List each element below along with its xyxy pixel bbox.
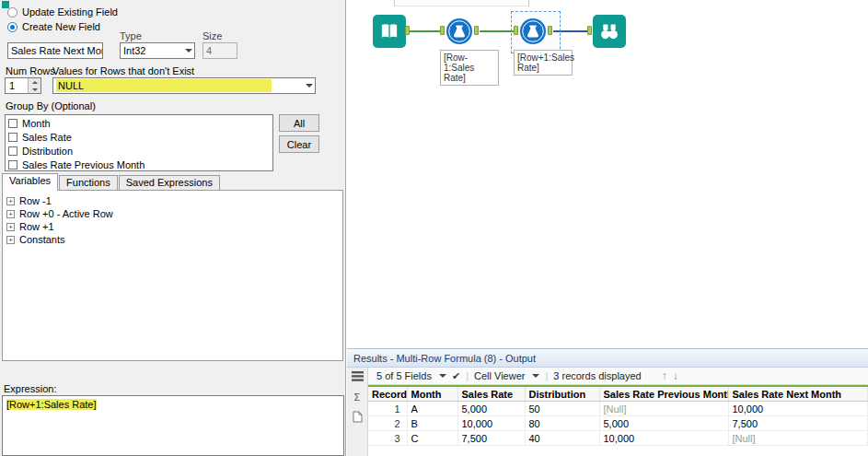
workflow-canvas[interactable]: [Row-1:Sales Rate] [Row+1:Sales Rate] [347,0,868,348]
alteryx-window: Update Existing Field Create New Field T… [0,0,868,456]
scroll-down-icon[interactable]: ↓ [673,369,678,382]
tab-functions[interactable]: Functions [59,175,118,191]
stepper-up-icon[interactable] [29,78,41,86]
radio-icon[interactable] [7,7,17,18]
table-cell[interactable]: 7,500 [457,431,525,446]
column-header[interactable]: Month [407,386,457,402]
connection-wire[interactable] [410,30,443,32]
table-cell[interactable]: C [407,431,457,446]
output-anchor[interactable] [548,26,552,35]
column-header[interactable]: Distribution [525,386,599,402]
group-by-item-label: Sales Rate Previous Month [22,159,145,170]
cell-viewer-dropdown[interactable]: Cell Viewer [474,370,539,381]
toolbar-separator: | [545,370,548,381]
expand-plus-icon[interactable] [6,223,15,231]
multi-row-formula-tool-2[interactable] [519,18,547,45]
tree-item-label: Row +0 - Active Row [19,208,113,219]
table-cell[interactable]: 10,000 [599,431,728,446]
tree-item[interactable]: Row +1 [6,220,342,233]
size-input: 4 [203,42,237,59]
cell-viewer-page-icon[interactable] [351,411,364,423]
table-cell[interactable]: 40 [525,431,599,446]
group-by-item-label: Month [22,118,51,129]
checkbox-icon[interactable] [8,133,17,142]
group-by-item[interactable]: Sales Rate [6,130,272,144]
tree-item-label: Constants [19,234,65,245]
table-cell[interactable]: 5,000 [599,416,728,431]
group-by-item[interactable]: Sales Rate Previous Month [6,158,272,171]
record-number-cell[interactable]: 1 [368,402,407,416]
scroll-up-icon[interactable]: ↑ [662,369,667,382]
tab-variables[interactable]: Variables [2,173,58,191]
type-dropdown[interactable]: Int32 [120,42,195,59]
num-rows-value: 1 [6,78,28,93]
group-by-item[interactable]: Month [6,116,272,130]
all-button[interactable]: All [279,114,319,132]
radio-update-existing-field[interactable]: Update Existing Field [7,6,118,18]
variables-tree[interactable]: Row -1 Row +0 - Active Row Row +1 Consta… [2,190,343,361]
values-value: NULL [56,79,272,92]
group-by-item[interactable]: Distribution [6,144,272,158]
results-header[interactable]: Results - Multi-Row Formula (8) - Output [347,349,868,368]
expression-input[interactable]: [Row+1:Sales Rate] [2,395,344,456]
table-cell[interactable]: 50 [525,402,599,416]
table-row[interactable]: 1 A 5,000 50 [Null] 10,000 [368,402,868,416]
tree-item[interactable]: Constants [6,233,342,246]
table-row[interactable]: 2 B 10,000 80 5,000 7,500 [368,416,868,431]
input-anchor[interactable] [514,26,518,35]
field-name-value: Sales Rate Next Month [11,45,103,56]
expand-plus-icon[interactable] [6,236,15,244]
record-number-cell[interactable]: 2 [368,416,407,431]
values-dropdown[interactable]: NULL [52,77,316,94]
expand-plus-icon[interactable] [6,197,15,205]
table-cell[interactable]: 80 [525,416,599,431]
stepper-down-icon[interactable] [29,86,41,93]
checkbox-icon[interactable] [8,146,17,156]
expand-plus-icon[interactable] [6,210,15,218]
field-name-input[interactable]: Sales Rate Next Month [7,42,103,59]
table-row[interactable]: 3 C 7,500 40 10,000 [Null] [368,431,868,446]
table-cell[interactable]: A [407,402,457,416]
column-header[interactable]: Sales Rate Next Month [728,386,868,402]
radio-create-new-field[interactable]: Create New Field [7,20,100,33]
input-anchor[interactable] [587,26,592,35]
table-cell[interactable]: 10,000 [457,416,525,431]
column-header[interactable]: Sales Rate [457,386,525,402]
input-data-tool[interactable] [373,15,406,48]
clear-button[interactable]: Clear [279,135,319,153]
output-anchor[interactable] [405,26,410,35]
expression-value: [Row+1:Sales Rate] [6,399,97,410]
radio-label: Create New Field [22,21,100,32]
table-cell[interactable]: [Null] [599,402,728,416]
table-cell[interactable]: B [407,416,457,431]
column-header[interactable]: Record [368,386,407,402]
table-cell[interactable]: 7,500 [728,416,868,431]
tool-caption[interactable]: [Row-1:Sales Rate] [440,50,499,86]
column-header[interactable]: Sales Rate Previous Month [599,386,728,402]
output-anchor[interactable] [474,26,479,35]
table-cell[interactable]: 5,000 [457,402,525,416]
record-number-cell[interactable]: 3 [368,431,407,446]
results-panel: Results - Multi-Row Formula (8) - Output… [347,348,868,456]
data-grid-icon[interactable] [351,370,364,382]
group-by-item-label: Sales Rate [22,132,72,143]
workflow-tab-edge[interactable] [394,0,529,6]
checkbox-icon[interactable] [8,119,17,128]
tree-item[interactable]: Row +0 - Active Row [6,207,342,220]
table-cell[interactable]: [Null] [728,431,868,446]
num-rows-stepper[interactable]: 1 [5,77,41,94]
metadata-icon[interactable]: Σ [351,391,364,403]
radio-selected-icon[interactable] [7,22,17,32]
checkbox-icon[interactable] [8,160,17,170]
table-cell[interactable]: 10,000 [728,402,868,416]
input-anchor[interactable] [440,26,445,35]
tool-caption[interactable]: [Row+1:Sales Rate] [514,50,573,76]
group-by-listbox[interactable]: Month Sales Rate Distribution Sales Rate… [5,114,273,171]
apply-check-icon[interactable]: ✔ [452,370,460,382]
tree-item[interactable]: Row -1 [6,194,342,207]
browse-tool[interactable] [593,15,626,48]
multi-row-formula-tool-1[interactable] [446,18,473,45]
fields-summary-dropdown[interactable]: 5 of 5 Fields [376,370,446,381]
binoculars-icon [597,19,621,43]
tab-saved-expressions[interactable]: Saved Expressions [119,175,220,191]
